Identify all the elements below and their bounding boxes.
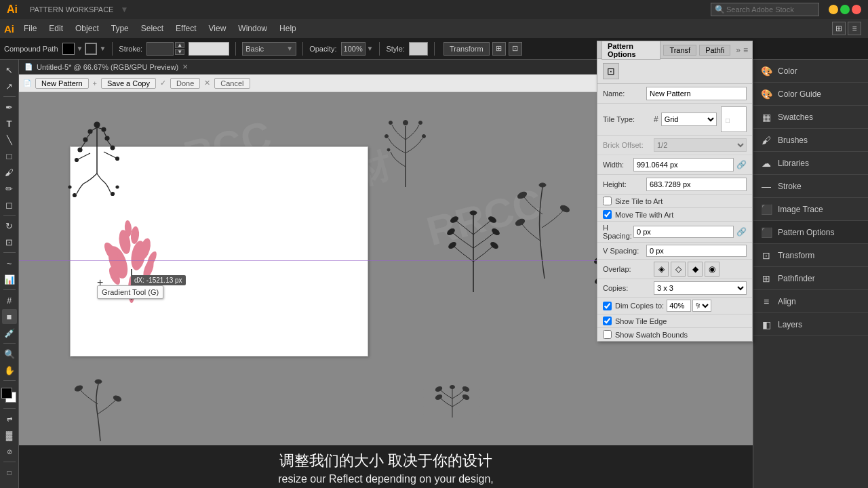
- transform-tab[interactable]: Transf: [663, 45, 696, 56]
- swap-colors-btn[interactable]: ⇄: [2, 411, 17, 426]
- new-pattern-btn[interactable]: New Pattern: [35, 78, 89, 89]
- panel-item-align[interactable]: ≡ Align: [753, 290, 868, 313]
- pen-tool[interactable]: ✒: [2, 100, 17, 115]
- size-to-art-checkbox[interactable]: [603, 197, 612, 205]
- menu-file[interactable]: File: [18, 22, 42, 35]
- mesh-tool[interactable]: #: [2, 293, 17, 308]
- menu-view[interactable]: View: [203, 22, 232, 35]
- overlap-bottom-front-btn[interactable]: ◉: [705, 262, 719, 277]
- direct-select-tool[interactable]: ↗: [2, 79, 17, 94]
- dim-copies-unit[interactable]: %: [692, 300, 711, 312]
- panel-item-transform[interactable]: ⊡ Transform: [753, 244, 868, 267]
- stroke-style-selector[interactable]: Basic ▼: [242, 42, 296, 56]
- stroke-down[interactable]: ▼: [175, 49, 184, 55]
- none-fill-btn[interactable]: ⊘: [2, 444, 17, 459]
- fill-swatch[interactable]: [62, 43, 75, 55]
- panel-expand-btn[interactable]: »: [736, 45, 741, 55]
- move-with-art-checkbox[interactable]: [603, 210, 612, 219]
- panel-menu-btn[interactable]: ≡: [743, 45, 748, 55]
- stroke-label: Stroke:: [119, 45, 142, 53]
- dim-copies-input[interactable]: [667, 300, 691, 312]
- rect-tool[interactable]: □: [2, 148, 17, 163]
- stroke-input[interactable]: [146, 42, 174, 56]
- rotate-tool[interactable]: ↻: [2, 218, 17, 233]
- stroke-up[interactable]: ▲: [175, 42, 184, 48]
- overlap-right-front-btn[interactable]: ◇: [671, 262, 686, 277]
- foreground-color-well[interactable]: [1, 388, 12, 399]
- fit-tile-btn[interactable]: ⊡: [603, 63, 619, 79]
- draw-mode-btn[interactable]: □: [2, 465, 17, 480]
- height-input[interactable]: [646, 178, 747, 191]
- svg-point-35: [403, 121, 408, 125]
- panel-item-layers[interactable]: ◧ Layers: [753, 313, 868, 336]
- menu-edit[interactable]: Edit: [43, 22, 68, 35]
- align-distribute-icon[interactable]: ≡: [848, 22, 861, 35]
- warp-tool[interactable]: ~: [2, 256, 17, 270]
- pencil-tool[interactable]: ✏: [2, 181, 17, 196]
- style-label: Style:: [386, 45, 405, 53]
- cancel-btn[interactable]: Cancel: [214, 78, 250, 89]
- save-copy-btn[interactable]: Save a Copy: [101, 78, 156, 89]
- opacity-label: Opacity:: [309, 45, 336, 53]
- dim-copies-checkbox[interactable]: [603, 302, 612, 310]
- zoom-tool[interactable]: 🔍: [2, 346, 17, 361]
- menu-bar: Ai File Edit Object Type Select Effect V…: [0, 19, 868, 38]
- floral-bottom1: [70, 377, 131, 445]
- panel-item-color-guide[interactable]: 🎨 Color Guide: [753, 83, 868, 106]
- eyedropper-tool[interactable]: 💉: [2, 325, 17, 340]
- stroke-swatch[interactable]: [85, 43, 97, 55]
- menu-window[interactable]: Window: [233, 22, 273, 35]
- menu-object[interactable]: Object: [70, 22, 104, 35]
- opacity-input[interactable]: [341, 42, 366, 56]
- paintbrush-tool[interactable]: 🖌: [2, 165, 17, 180]
- lock-proportions-btn[interactable]: 🔗: [736, 158, 747, 171]
- transform-btn[interactable]: Transform: [443, 42, 490, 56]
- arrange-icon[interactable]: ⊞: [832, 22, 846, 35]
- menu-select[interactable]: Select: [136, 22, 169, 35]
- gradient-tool[interactable]: ■: [2, 309, 17, 324]
- panel-item-pathfinder[interactable]: ⊞ Pathfinder: [753, 267, 868, 290]
- panel-item-pattern-options[interactable]: ⬛ Pattern Options: [753, 221, 868, 244]
- adobe-stock-search[interactable]: [711, 3, 819, 16]
- panel-item-color[interactable]: 🎨 Color: [753, 60, 868, 83]
- dx-indicator: dX: -1521.13 px: [131, 275, 186, 285]
- pattern-options-tab[interactable]: Pattern Options: [601, 41, 660, 60]
- tile-type-label: Tile Type:: [603, 115, 654, 123]
- style-swatch[interactable]: [409, 42, 428, 56]
- pattern-name-input[interactable]: [646, 87, 747, 100]
- svg-point-51: [515, 218, 526, 226]
- line-tool[interactable]: ╲: [2, 132, 17, 147]
- align-icon[interactable]: ⊞: [492, 42, 506, 56]
- panel-item-image-trace[interactable]: ⬛ Image Trace: [753, 198, 868, 221]
- width-input[interactable]: [633, 158, 734, 171]
- win-maximize-btn[interactable]: [840, 5, 850, 14]
- eraser-tool[interactable]: ◻: [2, 197, 17, 212]
- panel-item-brushes[interactable]: 🖌 Brushes: [753, 129, 868, 152]
- type-tool[interactable]: T: [2, 116, 17, 131]
- gradient-fill-btn[interactable]: ▓: [2, 428, 17, 443]
- pathfinder-icon[interactable]: ⊡: [509, 42, 522, 56]
- doc-close-btn[interactable]: ✕: [182, 63, 188, 70]
- tile-type-select[interactable]: Grid: [661, 113, 717, 126]
- hand-tool[interactable]: ✋: [2, 363, 17, 378]
- panel-item-swatches[interactable]: ▦ Swatches: [753, 106, 868, 129]
- done-btn[interactable]: Done: [170, 78, 200, 89]
- panel-item-stroke[interactable]: — Stroke: [753, 175, 868, 198]
- show-swatch-bounds-checkbox[interactable]: [603, 330, 612, 339]
- menu-effect[interactable]: Effect: [170, 22, 201, 35]
- show-tile-edge-checkbox[interactable]: [603, 317, 612, 325]
- overlap-top-front-btn[interactable]: ◆: [688, 262, 703, 277]
- win-close-btn[interactable]: [852, 5, 861, 14]
- select-tool[interactable]: ↖: [2, 62, 17, 77]
- pathfinder-tab[interactable]: Pathfi: [699, 45, 730, 56]
- copies-select[interactable]: 3 x 3: [654, 281, 747, 295]
- graph-tool[interactable]: 📊: [2, 272, 17, 287]
- h-spacing-input[interactable]: [633, 226, 734, 238]
- scale-tool[interactable]: ⊡: [2, 235, 17, 249]
- overlap-left-front-btn[interactable]: ◈: [654, 262, 669, 277]
- v-spacing-input[interactable]: [646, 245, 747, 257]
- menu-type[interactable]: Type: [106, 22, 134, 35]
- panel-item-libraries[interactable]: ☁ Libraries: [753, 152, 868, 175]
- menu-help[interactable]: Help: [274, 22, 302, 35]
- win-minimize-btn[interactable]: [829, 5, 838, 14]
